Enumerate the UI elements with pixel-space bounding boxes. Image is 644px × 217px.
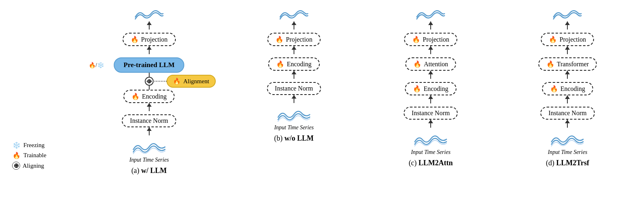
arrow-to-instnorm-a (149, 127, 150, 139)
projection-label-c: Projection (423, 36, 449, 43)
instance-norm-label-c: Instance Norm (412, 110, 450, 117)
instance-norm-label-a: Instance Norm (130, 117, 168, 124)
wave-input-b (276, 106, 312, 123)
projection-box-b: 🔥 Projection (267, 33, 321, 46)
main-container: ❄️ Freezing 🔥 Trainable ⊕ Aligning 🔥 Pro… (8, 4, 636, 202)
arrow-to-enc-c (430, 71, 431, 82)
instance-norm-box-b: Instance Norm (267, 82, 321, 95)
encoding-label-a: Encoding (142, 93, 167, 100)
projection-icon-a: 🔥 (131, 36, 139, 43)
projection-box-c: 🔥 Projection (404, 33, 457, 46)
wave-input-a (131, 139, 167, 156)
instance-norm-box-c: Instance Norm (404, 107, 458, 120)
encoding-box-d: 🔥 Encoding (542, 82, 593, 95)
projection-icon-d: 🔥 (549, 36, 557, 43)
diagram-d: 🔥 Projection 🔥 Transformer 🔥 Encoding In… (511, 6, 624, 167)
diagram-b: 🔥 Projection 🔥 Encoding Instance Norm In… (238, 6, 350, 143)
caption-prefix-d: (d) (546, 159, 556, 167)
legend-panel: ❄️ Freezing 🔥 Trainable ⊕ Aligning (8, 4, 73, 202)
legend-aligning-label: Aligning (23, 162, 44, 169)
attention-box-c: 🔥 Attention (405, 57, 456, 71)
encoding-box-b: 🔥 Encoding (268, 57, 319, 71)
wave-input-c (413, 131, 449, 148)
arrow-to-enc-d (567, 71, 568, 82)
encoding-icon-c: 🔥 (413, 85, 421, 93)
wave-output-c (415, 6, 447, 21)
caption-a: (a) w/ LLM (131, 166, 167, 175)
alignment-connector: 🔥 Alignment (146, 75, 215, 88)
arrow-to-attn-c (430, 46, 431, 57)
caption-prefix-c: (c) (408, 159, 418, 167)
attention-icon-c: 🔥 (413, 60, 421, 68)
trainable-icon: 🔥 (12, 152, 21, 159)
wave-output-d (551, 6, 584, 21)
instance-norm-box-a: Instance Norm (122, 114, 176, 127)
attention-label-c: Attention (424, 61, 448, 68)
projection-box-a: 🔥 Projection (123, 33, 176, 46)
encoding-icon-d: 🔥 (550, 85, 558, 93)
diagram-c: 🔥 Projection 🔥 Attention 🔥 Encoding Inst… (374, 6, 487, 167)
caption-c: (c) LLM2Attn (408, 159, 452, 167)
legend-freezing-label: Freezing (23, 142, 44, 149)
arrow-to-proj-d (567, 21, 568, 33)
input-label-b: Input Time Series (274, 124, 314, 131)
projection-box-d: 🔥 Projection (541, 33, 594, 46)
encoding-label-b: Encoding (287, 61, 311, 68)
projection-label-a: Projection (141, 36, 168, 43)
pretrained-llm-box: Pre-trained LLM (114, 57, 184, 73)
diagram-a: 🔥 Projection 🔥/❄️ Pre-trained LLM ⊕ (85, 6, 214, 175)
input-label-c: Input Time Series (411, 149, 450, 156)
projection-icon-c: 🔥 (412, 36, 420, 43)
arrow-to-llm-a (149, 46, 150, 57)
arrow-to-enc-b (294, 46, 294, 57)
encoding-icon-b: 🔥 (276, 60, 284, 68)
wave-output-a (133, 6, 165, 21)
legend-trainable: 🔥 Trainable (12, 152, 73, 159)
fire-freeze-badge: 🔥/❄️ (89, 62, 104, 69)
arrow-to-instnorm-d (567, 95, 568, 107)
transformer-label-d: Transformer (557, 61, 589, 68)
encoding-box-a: 🔥 Encoding (123, 90, 175, 103)
alignment-label: Alignment (183, 78, 209, 85)
input-label-a: Input Time Series (129, 157, 169, 163)
caption-prefix-a: (a) (131, 166, 141, 175)
encoding-label-d: Encoding (561, 85, 585, 93)
encoding-icon-a: 🔥 (131, 93, 140, 100)
pretrained-llm-label: Pre-trained LLM (123, 61, 175, 69)
arrow-to-instnorm-c (430, 95, 431, 107)
arrow-to-proj-b (294, 21, 294, 33)
arrow-to-wave-b (294, 95, 294, 106)
align-connector: ⊕ 🔥 Alignment (85, 73, 214, 90)
projection-icon-b: 🔥 (275, 36, 283, 43)
projection-label-b: Projection (286, 36, 313, 43)
alignment-icon: 🔥 (173, 78, 181, 85)
legend-aligning: ⊕ Aligning (12, 162, 73, 170)
arrow-to-trsf-d (567, 46, 568, 57)
caption-d: (d) LLM2Trsf (546, 159, 589, 167)
instance-norm-box-d: Instance Norm (540, 107, 595, 120)
legend-freezing: ❄️ Freezing (12, 141, 73, 149)
llm-row: 🔥/❄️ Pre-trained LLM (85, 57, 214, 73)
transformer-icon-d: 🔥 (546, 60, 554, 68)
arrow-to-proj-c (430, 21, 431, 33)
freezing-icon: ❄️ (12, 141, 21, 149)
diagram-panels: 🔥 Projection 🔥/❄️ Pre-trained LLM ⊕ (73, 4, 636, 202)
instance-norm-label-b: Instance Norm (275, 85, 313, 92)
alignment-box: 🔥 Alignment (167, 75, 215, 88)
legend-trainable-label: Trainable (23, 152, 46, 159)
dotted-line (146, 81, 167, 82)
arrow-to-projection-a (149, 21, 150, 33)
wave-input-d (549, 131, 586, 148)
wave-output-b (278, 6, 310, 21)
aligning-icon: ⊕ (12, 162, 20, 170)
encoding-label-c: Encoding (423, 85, 448, 93)
encoding-box-c: 🔥 Encoding (405, 82, 456, 95)
transformer-box-d: 🔥 Transformer (538, 57, 597, 71)
arrow-to-instnorm-b (294, 71, 294, 82)
caption-b: (b) w/o LLM (274, 134, 314, 143)
instance-norm-label-d: Instance Norm (548, 110, 587, 117)
input-label-d: Input Time Series (548, 149, 587, 156)
arrow-to-encoding-a (149, 103, 150, 114)
caption-prefix-b: (b) (274, 134, 285, 142)
projection-label-d: Projection (559, 36, 586, 43)
